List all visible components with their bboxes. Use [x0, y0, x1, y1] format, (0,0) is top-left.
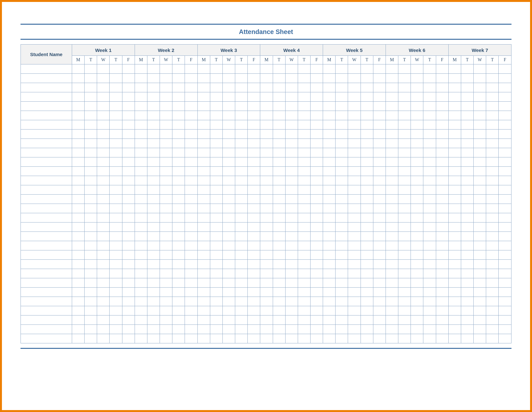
cell-attendance[interactable]: [273, 83, 285, 92]
cell-attendance[interactable]: [185, 223, 197, 232]
cell-attendance[interactable]: [285, 315, 298, 325]
cell-attendance[interactable]: [323, 241, 336, 250]
cell-attendance[interactable]: [323, 204, 336, 213]
cell-attendance[interactable]: [386, 315, 398, 325]
cell-attendance[interactable]: [423, 74, 436, 83]
cell-student-name[interactable]: [21, 120, 72, 130]
cell-attendance[interactable]: [298, 250, 310, 260]
cell-student-name[interactable]: [21, 223, 72, 232]
cell-attendance[interactable]: [97, 325, 110, 334]
cell-attendance[interactable]: [135, 269, 147, 278]
cell-attendance[interactable]: [147, 204, 160, 213]
cell-attendance[interactable]: [97, 315, 110, 325]
cell-attendance[interactable]: [135, 157, 147, 167]
cell-attendance[interactable]: [386, 120, 398, 130]
cell-student-name[interactable]: [21, 102, 72, 111]
cell-attendance[interactable]: [298, 232, 310, 241]
cell-attendance[interactable]: [298, 139, 310, 148]
cell-attendance[interactable]: [398, 213, 411, 223]
cell-attendance[interactable]: [110, 334, 122, 343]
cell-attendance[interactable]: [386, 195, 398, 204]
cell-attendance[interactable]: [436, 176, 448, 185]
cell-attendance[interactable]: [499, 120, 511, 130]
cell-attendance[interactable]: [486, 297, 499, 306]
cell-attendance[interactable]: [448, 241, 461, 250]
cell-student-name[interactable]: [21, 278, 72, 288]
cell-attendance[interactable]: [323, 306, 336, 315]
cell-attendance[interactable]: [135, 120, 147, 130]
cell-attendance[interactable]: [361, 157, 373, 167]
cell-attendance[interactable]: [160, 185, 172, 195]
cell-attendance[interactable]: [474, 185, 486, 195]
cell-attendance[interactable]: [323, 278, 336, 288]
cell-attendance[interactable]: [210, 157, 222, 167]
cell-attendance[interactable]: [398, 64, 411, 74]
cell-attendance[interactable]: [323, 232, 336, 241]
cell-attendance[interactable]: [85, 334, 97, 343]
cell-attendance[interactable]: [310, 260, 323, 269]
cell-attendance[interactable]: [160, 269, 172, 278]
cell-attendance[interactable]: [135, 334, 147, 343]
cell-attendance[interactable]: [72, 167, 85, 176]
cell-attendance[interactable]: [135, 92, 147, 102]
cell-attendance[interactable]: [273, 288, 285, 297]
cell-attendance[interactable]: [411, 92, 423, 102]
cell-attendance[interactable]: [285, 157, 298, 167]
cell-attendance[interactable]: [185, 325, 197, 334]
cell-attendance[interactable]: [122, 325, 135, 334]
cell-attendance[interactable]: [248, 334, 260, 343]
cell-attendance[interactable]: [160, 315, 172, 325]
cell-attendance[interactable]: [210, 241, 222, 250]
cell-attendance[interactable]: [423, 111, 436, 120]
cell-attendance[interactable]: [260, 213, 273, 223]
cell-attendance[interactable]: [135, 306, 147, 315]
cell-attendance[interactable]: [398, 120, 411, 130]
cell-attendance[interactable]: [461, 130, 473, 139]
cell-attendance[interactable]: [97, 241, 110, 250]
cell-attendance[interactable]: [210, 185, 222, 195]
cell-attendance[interactable]: [72, 315, 85, 325]
cell-attendance[interactable]: [110, 64, 122, 74]
cell-attendance[interactable]: [135, 250, 147, 260]
cell-attendance[interactable]: [348, 120, 361, 130]
cell-attendance[interactable]: [248, 130, 260, 139]
cell-attendance[interactable]: [122, 306, 135, 315]
cell-attendance[interactable]: [461, 278, 473, 288]
cell-attendance[interactable]: [248, 288, 260, 297]
cell-attendance[interactable]: [185, 120, 197, 130]
cell-attendance[interactable]: [122, 130, 135, 139]
cell-attendance[interactable]: [185, 64, 197, 74]
cell-attendance[interactable]: [486, 92, 499, 102]
cell-attendance[interactable]: [298, 288, 310, 297]
cell-attendance[interactable]: [160, 64, 172, 74]
cell-attendance[interactable]: [348, 288, 361, 297]
cell-attendance[interactable]: [197, 315, 210, 325]
cell-attendance[interactable]: [97, 64, 110, 74]
cell-attendance[interactable]: [373, 288, 386, 297]
cell-attendance[interactable]: [298, 195, 310, 204]
cell-attendance[interactable]: [436, 185, 448, 195]
cell-attendance[interactable]: [210, 250, 222, 260]
cell-attendance[interactable]: [210, 325, 222, 334]
cell-attendance[interactable]: [222, 130, 235, 139]
cell-attendance[interactable]: [172, 306, 185, 315]
cell-attendance[interactable]: [235, 167, 248, 176]
cell-attendance[interactable]: [373, 315, 386, 325]
cell-attendance[interactable]: [122, 213, 135, 223]
cell-attendance[interactable]: [185, 195, 197, 204]
cell-attendance[interactable]: [323, 315, 336, 325]
cell-attendance[interactable]: [72, 325, 85, 334]
cell-attendance[interactable]: [373, 297, 386, 306]
cell-attendance[interactable]: [185, 157, 197, 167]
cell-attendance[interactable]: [85, 111, 97, 120]
cell-attendance[interactable]: [398, 83, 411, 92]
cell-attendance[interactable]: [160, 213, 172, 223]
cell-attendance[interactable]: [97, 260, 110, 269]
cell-attendance[interactable]: [323, 334, 336, 343]
cell-attendance[interactable]: [461, 204, 473, 213]
cell-attendance[interactable]: [411, 278, 423, 288]
cell-attendance[interactable]: [499, 325, 511, 334]
cell-attendance[interactable]: [273, 120, 285, 130]
cell-attendance[interactable]: [135, 260, 147, 269]
cell-attendance[interactable]: [135, 315, 147, 325]
